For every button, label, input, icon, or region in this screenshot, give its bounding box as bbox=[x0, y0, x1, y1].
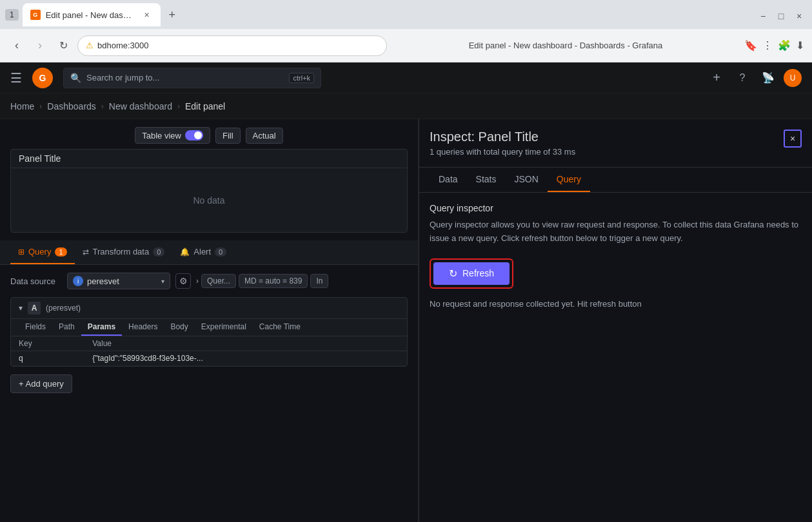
nav-back-button[interactable]: ‹ bbox=[8, 37, 26, 55]
download-icon[interactable]: ⬇ bbox=[796, 39, 804, 52]
address-text: bdhome:3000 bbox=[97, 41, 149, 50]
add-query-label: + Add query bbox=[19, 379, 64, 389]
actual-button[interactable]: Actual bbox=[246, 128, 283, 144]
inspect-title: Inspect: Panel Title bbox=[430, 130, 575, 144]
table-view-button[interactable]: Table view bbox=[135, 127, 210, 144]
close-tab-icon[interactable]: × bbox=[141, 9, 153, 21]
refresh-button[interactable]: ↻ Refresh bbox=[433, 262, 510, 285]
query-path-item[interactable]: Quer... bbox=[201, 274, 236, 288]
panel-no-data: No data bbox=[11, 168, 407, 232]
table-view-toggle bbox=[185, 130, 203, 140]
datasource-chevron-icon: ▾ bbox=[161, 278, 164, 285]
alert-tab-icon: 🔔 bbox=[180, 247, 190, 256]
right-panel: Inspect: Panel Title 1 queries with tota… bbox=[419, 119, 812, 522]
tab-transform[interactable]: ⇄ Transform data 0 bbox=[75, 240, 173, 264]
avatar[interactable]: U bbox=[784, 69, 802, 87]
value-col-header: Value bbox=[84, 336, 407, 351]
panel-preview-area: Table view Fill Actual Panel Title No da… bbox=[0, 119, 418, 240]
breadcrumb-new-dashboard[interactable]: New dashboard bbox=[109, 101, 172, 111]
fill-button[interactable]: Fill bbox=[215, 128, 241, 144]
inspect-subtitle: 1 queries with total query time of 33 ms bbox=[430, 147, 575, 157]
refresh-button-wrapper: ↻ Refresh bbox=[430, 258, 513, 289]
query-inspector-description: Query inspector allows you to view raw r… bbox=[430, 218, 802, 246]
browser-menu-icon[interactable]: ⋮ bbox=[762, 39, 773, 52]
inspect-tab-stats[interactable]: Stats bbox=[467, 168, 506, 192]
inspect-tabs: Data Stats JSON Query bbox=[419, 168, 812, 193]
row-datasource: (peresvet) bbox=[46, 304, 81, 313]
panel-toolbar: Table view Fill Actual bbox=[10, 127, 408, 144]
datasource-gear-button[interactable]: ⚙ bbox=[175, 273, 191, 289]
window-minimize-icon[interactable]: − bbox=[755, 8, 771, 24]
query-editor-area: Data source i peresvet ▾ ⚙ › Quer... MD … bbox=[0, 265, 418, 522]
query-path-arrow: › bbox=[196, 276, 199, 285]
param-tab-path[interactable]: Path bbox=[52, 319, 81, 336]
query-path-row: › Quer... MD = auto = 839 In bbox=[196, 274, 328, 288]
nav-refresh-button[interactable]: ↻ bbox=[54, 37, 72, 55]
inspect-header: Inspect: Panel Title 1 queries with tota… bbox=[419, 119, 812, 168]
tab-title: Edit panel - New dashb... bbox=[46, 10, 136, 20]
query-tab-badge: 1 bbox=[55, 247, 66, 256]
search-bar[interactable]: 🔍 Search or jump to... ctrl+k bbox=[63, 68, 321, 88]
key-cell: q bbox=[11, 351, 84, 366]
nav-forward-button[interactable]: › bbox=[31, 37, 49, 55]
breadcrumb-bar: Home › Dashboards › New dashboard › Edit… bbox=[0, 93, 812, 119]
query-meta-item: MD = auto = 839 bbox=[239, 274, 308, 288]
left-panel: Table view Fill Actual Panel Title No da… bbox=[0, 119, 419, 522]
browser-tab-active[interactable]: G Edit panel - New dashb... × bbox=[23, 3, 161, 26]
new-tab-button[interactable]: + bbox=[163, 6, 181, 24]
inspect-close-button[interactable]: × bbox=[784, 130, 802, 148]
query-row-header: ▾ A (peresvet) bbox=[11, 298, 407, 318]
add-query-button[interactable]: + Add query bbox=[10, 374, 72, 393]
hamburger-menu-button[interactable]: ☰ bbox=[10, 70, 22, 86]
param-tab-cache[interactable]: Cache Time bbox=[253, 319, 307, 336]
grafana-icon: G bbox=[39, 73, 46, 83]
breadcrumb-sep-3: › bbox=[177, 102, 180, 111]
fill-label: Fill bbox=[223, 131, 233, 140]
inspect-tab-json[interactable]: JSON bbox=[505, 168, 547, 192]
bookmark-icon[interactable]: 🔖 bbox=[744, 39, 757, 52]
browser-chrome: 1 G Edit panel - New dashb... × + − □ × bbox=[0, 0, 812, 29]
param-tab-body[interactable]: Body bbox=[164, 319, 194, 336]
search-shortcut-badge: ctrl+k bbox=[289, 73, 314, 83]
tab-alert[interactable]: 🔔 Alert 0 bbox=[172, 240, 234, 264]
app-container: ☰ G 🔍 Search or jump to... ctrl+k + ? 📡 … bbox=[0, 63, 812, 522]
datasource-select[interactable]: i peresvet ▾ bbox=[67, 273, 170, 289]
inspect-tab-query[interactable]: Query bbox=[548, 168, 590, 192]
notifications-button[interactable]: 📡 bbox=[758, 68, 778, 88]
tab-query[interactable]: ⊞ Query 1 bbox=[10, 240, 75, 264]
inspect-tab-data[interactable]: Data bbox=[430, 168, 467, 192]
security-warning-icon: ⚠ bbox=[86, 41, 94, 50]
param-tab-experimental[interactable]: Experimental bbox=[195, 319, 253, 336]
query-more-btn[interactable]: In bbox=[310, 274, 328, 288]
extensions-icon[interactable]: 🧩 bbox=[778, 39, 791, 52]
grafana-logo: G bbox=[32, 68, 53, 88]
alert-tab-label: Alert bbox=[193, 247, 211, 256]
query-row: ▾ A (peresvet) Fields Path Params Header… bbox=[10, 297, 408, 367]
breadcrumb-sep-2: › bbox=[101, 102, 104, 111]
param-tab-headers[interactable]: Headers bbox=[122, 319, 164, 336]
help-button[interactable]: ? bbox=[732, 68, 753, 88]
collapse-icon[interactable]: ▾ bbox=[19, 304, 23, 313]
no-request-text: No request and response collected yet. H… bbox=[430, 299, 802, 309]
query-section: ⊞ Query 1 ⇄ Transform data 0 🔔 Alert 0 bbox=[0, 240, 418, 522]
breadcrumb-home[interactable]: Home bbox=[10, 101, 34, 111]
query-inspector-title: Query inspector bbox=[430, 203, 802, 213]
address-bar[interactable]: ⚠ bdhome:3000 bbox=[77, 35, 387, 56]
window-close-icon[interactable]: × bbox=[791, 8, 807, 24]
add-panel-button[interactable]: + bbox=[706, 68, 727, 88]
value-cell: {"tagId":"58993cd8-f3e9-103e-... bbox=[84, 351, 407, 366]
query-params-table: Key Value q {"tagId":"58993cd8-f3e9-103e… bbox=[11, 336, 407, 366]
query-editor-tabs: ⊞ Query 1 ⇄ Transform data 0 🔔 Alert 0 bbox=[0, 240, 418, 265]
breadcrumb-dashboards[interactable]: Dashboards bbox=[47, 101, 96, 111]
breadcrumb-current: Edit panel bbox=[185, 101, 225, 111]
query-tab-icon: ⊞ bbox=[18, 247, 25, 256]
search-icon: 🔍 bbox=[70, 73, 81, 83]
page-title-center: Edit panel - New dashboard - Dashboards … bbox=[392, 41, 739, 50]
top-nav: ☰ G 🔍 Search or jump to... ctrl+k + ? 📡 … bbox=[0, 63, 812, 93]
row-letter-badge: A bbox=[28, 302, 41, 314]
refresh-icon: ↻ bbox=[449, 267, 457, 280]
window-maximize-icon[interactable]: □ bbox=[773, 8, 789, 24]
param-tabs: Fields Path Params Headers Body Experime… bbox=[11, 318, 407, 336]
param-tab-params[interactable]: Params bbox=[81, 319, 122, 336]
param-tab-fields[interactable]: Fields bbox=[19, 319, 52, 336]
